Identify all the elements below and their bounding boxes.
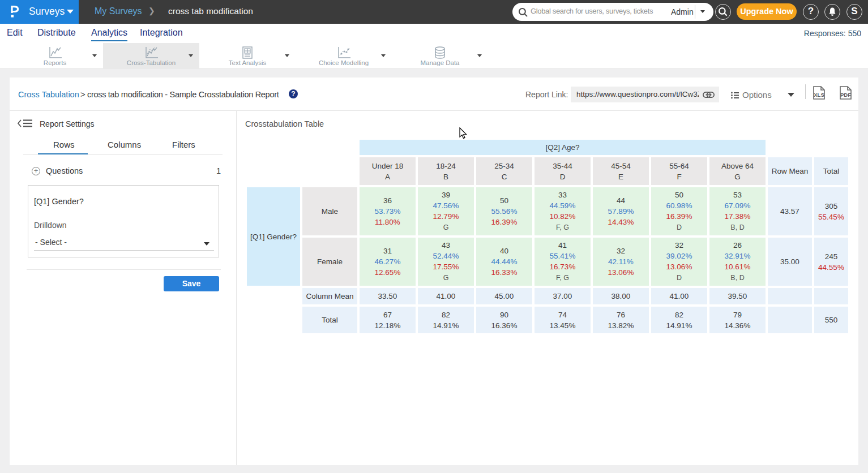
svg-text:XLS: XLS	[814, 92, 824, 98]
svg-text:PDF: PDF	[840, 92, 851, 98]
